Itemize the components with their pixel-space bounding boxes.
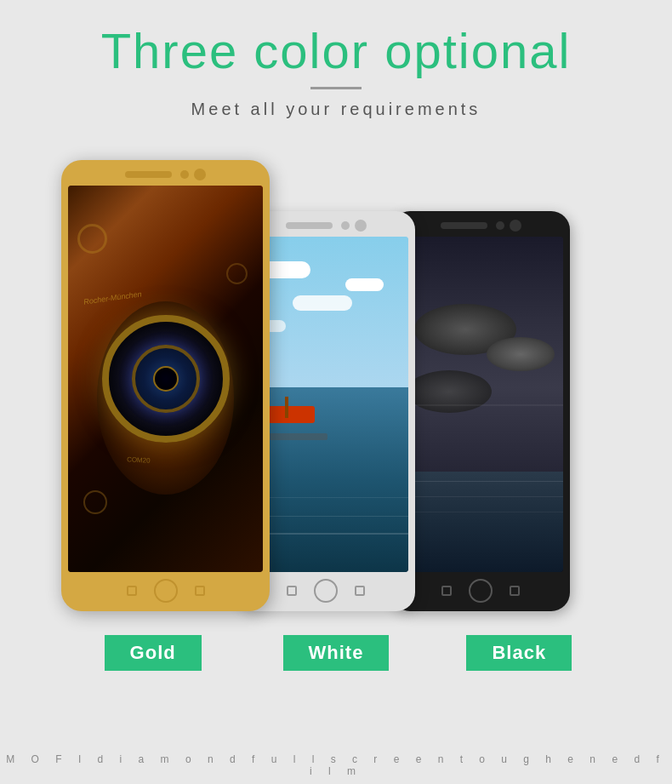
phone-black-speaker (441, 222, 487, 229)
eye-overlay: Rocher-München COM20 (68, 186, 263, 572)
cloud2 (345, 278, 384, 291)
steampunk-pupil (153, 366, 179, 392)
phone-black-home-btn (469, 579, 493, 603)
black-label-container: Black (428, 635, 611, 671)
phone-gold-top-bar (61, 160, 270, 186)
black-badge: Black (466, 635, 572, 671)
phone-black-back-btn (441, 586, 452, 596)
title-section: Three color optional Meet all your requi… (101, 24, 572, 119)
phone-black (391, 211, 570, 611)
phone-white-menu-btn (355, 586, 365, 596)
main-title: Three color optional (101, 24, 572, 78)
phone-gold-bottom-bar (61, 572, 270, 611)
storm-sea (398, 472, 563, 572)
phone-gold: Rocher-München COM20 (61, 160, 270, 611)
phone-white-home-btn (314, 579, 338, 603)
phone-black-menu-btn (510, 586, 520, 596)
steampunk-circle (102, 315, 230, 443)
footer-text: M O F I d i a m o n d f u l l s c r e e … (0, 753, 672, 777)
phone-gold-screen: Rocher-München COM20 (68, 186, 263, 572)
phone-black-bottom-bar (391, 572, 570, 611)
steampunk-inner (132, 345, 200, 413)
phone-gold-speaker (125, 171, 172, 178)
title-divider (310, 87, 362, 89)
phone-gold-camera-dot2 (194, 169, 206, 180)
phone-gold-camera-dot (180, 170, 189, 179)
storm-cloud-2 (487, 337, 555, 371)
phone-white-speaker (286, 222, 333, 229)
storm-scene (398, 237, 563, 572)
phone-white-back-btn (287, 586, 297, 596)
page-container: Three color optional Meet all your requi… (0, 0, 672, 784)
phone-gold-menu-btn (195, 586, 205, 596)
phone-gold-back-btn (127, 586, 137, 596)
white-label-container: White (244, 635, 427, 671)
phone-black-camera-dot (496, 221, 504, 230)
gold-badge: Gold (105, 635, 202, 671)
phone-white-camera-dot (341, 221, 350, 230)
phone-white-camera-dot2 (355, 220, 367, 232)
phone-black-top-bar (391, 211, 570, 237)
gold-label-container: Gold (61, 635, 244, 671)
phone-black-camera-dot2 (510, 220, 521, 232)
white-badge: White (283, 635, 390, 671)
phones-section: Rocher-München COM20 (0, 134, 672, 620)
phone-black-screen (398, 237, 563, 572)
labels-section: Gold White Black (0, 635, 672, 671)
phone-gold-home-btn (154, 579, 178, 603)
subtitle: Meet all your requirements (101, 100, 572, 119)
